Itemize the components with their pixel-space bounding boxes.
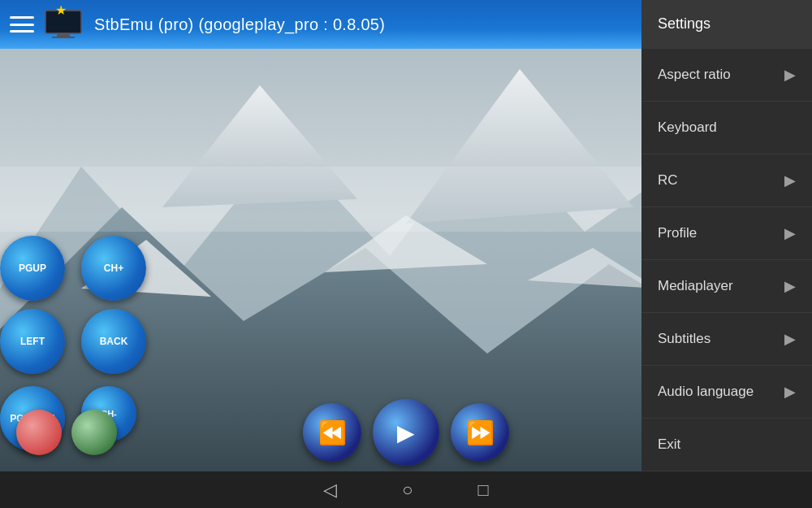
- fast-forward-button[interactable]: ⏩: [451, 403, 509, 462]
- menu-item-subtitles[interactable]: Subtitles▶: [641, 313, 812, 366]
- menu-item-arrow-profile: ▶: [784, 224, 796, 242]
- menu-item-label-mediaplayer: Mediaplayer: [658, 278, 733, 294]
- recents-nav-icon[interactable]: □: [478, 480, 489, 501]
- menu-item-profile[interactable]: Profile▶: [641, 207, 812, 260]
- left-button[interactable]: LEFT: [0, 309, 65, 374]
- menu-item-label-profile: Profile: [658, 225, 697, 241]
- menu-item-label-subtitles: Subtitles: [658, 331, 710, 347]
- hamburger-menu-icon[interactable]: [10, 16, 34, 33]
- menu-item-label-aspect-ratio: Aspect ratio: [658, 67, 731, 83]
- center-media-buttons: ⏪ ▶ ⏩: [303, 399, 509, 466]
- pgup-button[interactable]: PGUP: [0, 236, 65, 301]
- controls-row-1: PGUP CH+: [0, 236, 146, 301]
- menu-item-rc[interactable]: RC▶: [641, 154, 812, 207]
- app-title: StbEmu (pro) (googleplay_pro : 0.8.05): [94, 15, 385, 34]
- star-icon: ★: [55, 2, 67, 18]
- menu-item-label-rc: RC: [658, 172, 678, 189]
- nav-bar: ◁ ○ □: [0, 471, 812, 508]
- svg-rect-12: [52, 37, 75, 38]
- tv-icon-container: ★: [44, 7, 83, 41]
- menu-item-arrow-mediaplayer: ▶: [784, 277, 796, 295]
- menu-item-aspect-ratio[interactable]: Aspect ratio▶: [641, 49, 812, 102]
- menu-item-audio-language[interactable]: Audio language▶: [641, 366, 812, 419]
- controls-row-2: LEFT BACK: [0, 309, 146, 374]
- svg-rect-11: [57, 34, 70, 37]
- menu-item-keyboard[interactable]: Keyboard: [641, 102, 812, 154]
- home-nav-icon[interactable]: ○: [402, 480, 412, 501]
- rewind-button[interactable]: ⏪: [303, 403, 361, 462]
- red-button[interactable]: [16, 410, 62, 455]
- fast-forward-icon: ⏩: [466, 419, 495, 446]
- menu-item-label-keyboard: Keyboard: [658, 119, 717, 136]
- menu-item-arrow-audio-language: ▶: [784, 383, 796, 401]
- rewind-icon: ⏪: [318, 419, 347, 446]
- menu-item-exit[interactable]: Exit: [641, 419, 812, 471]
- green-button[interactable]: [71, 410, 117, 455]
- play-icon: ▶: [397, 419, 415, 446]
- left-color-buttons: [16, 410, 117, 455]
- menu-item-label-audio-language: Audio language: [658, 384, 754, 400]
- menu-item-settings[interactable]: Settings: [641, 0, 812, 49]
- menu-item-arrow-subtitles: ▶: [784, 330, 796, 348]
- back-nav-icon[interactable]: ◁: [323, 480, 337, 501]
- menu-item-mediaplayer[interactable]: Mediaplayer▶: [641, 260, 812, 313]
- context-menu: SettingsAspect ratio▶KeyboardRC▶Profile▶…: [641, 0, 812, 471]
- back-button[interactable]: BACK: [81, 309, 146, 374]
- menu-item-arrow-aspect-ratio: ▶: [784, 66, 796, 84]
- menu-item-arrow-rc: ▶: [784, 172, 796, 189]
- ch-plus-button[interactable]: CH+: [81, 236, 146, 301]
- play-button[interactable]: ▶: [373, 399, 439, 466]
- menu-item-label-settings: Settings: [658, 15, 710, 33]
- menu-item-label-exit: Exit: [658, 436, 680, 453]
